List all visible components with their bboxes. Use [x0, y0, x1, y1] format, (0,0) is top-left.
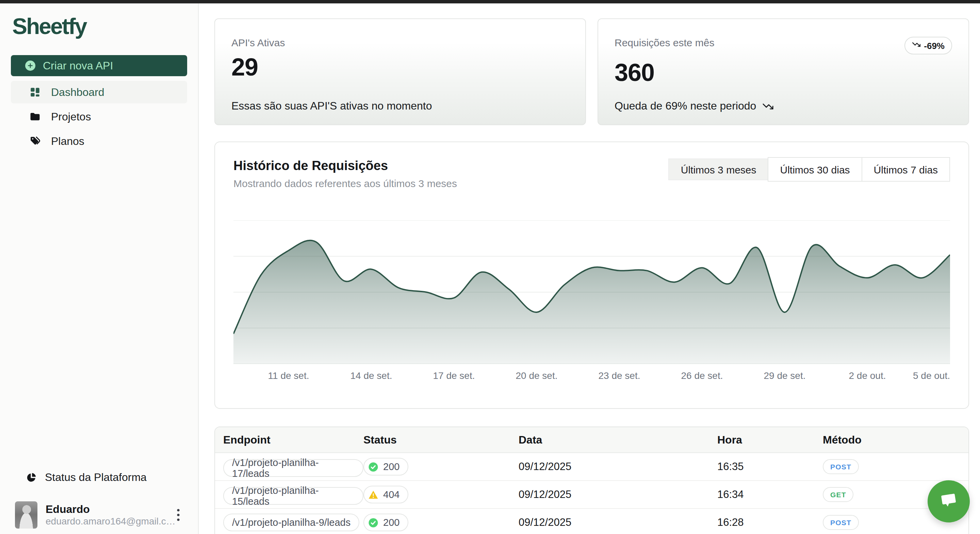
chat-bubble-icon: [937, 488, 960, 514]
sidebar-item-planos[interactable]: Planos: [11, 130, 187, 153]
user-meta: Eduardo eduardo.amaro164@gmail.c…: [46, 503, 176, 527]
sidebar-item-label: Projetos: [51, 111, 91, 123]
sidebar: Sheetfy Criar nova API Dashboard: [0, 3, 199, 534]
x-tick-label: 26 de set.: [681, 370, 723, 381]
col-data: Data: [519, 434, 717, 446]
create-api-label: Criar nova API: [43, 59, 113, 72]
sidebar-item-label: Planos: [51, 135, 84, 147]
method-badge: POST: [823, 459, 859, 474]
status-badge: 200: [363, 458, 408, 475]
x-tick-label: 23 de set.: [598, 370, 640, 381]
kebab-menu-icon[interactable]: [172, 507, 185, 523]
card-requisicoes-mes: Requisições este mês -69% 360 Queda de 6…: [598, 18, 969, 125]
trending-down-icon: [762, 100, 774, 112]
x-tick-label: 29 de set.: [764, 370, 806, 381]
requests-table: Endpoint Status Data Hora Método /v1/pro…: [215, 426, 969, 534]
warning-triangle-icon: [368, 490, 379, 500]
x-tick-label: 11 de set.: [268, 370, 309, 381]
area-chart: 11 de set.14 de set.17 de set.20 de set.…: [234, 220, 950, 385]
cell-hora: 16:28: [717, 516, 823, 529]
sidebar-nav: Dashboard Projetos Plano: [11, 81, 187, 153]
trend-badge-value: -69%: [924, 40, 945, 51]
platform-status-link[interactable]: Status da Plataforma: [18, 471, 187, 484]
plus-icon: [25, 60, 35, 71]
endpoint-pill: /v1/projeto-planilha-15/leads: [223, 487, 363, 505]
window-top-strip: [0, 0, 980, 3]
folder-icon: [29, 111, 41, 122]
status-badge: 404: [363, 486, 408, 504]
card-label: Requisições este mês: [614, 37, 714, 49]
card-value: 29: [231, 54, 569, 80]
platform-status-label: Status da Plataforma: [45, 471, 147, 484]
dashboard-icon: [29, 86, 41, 98]
col-status: Status: [363, 434, 519, 446]
requests-history-card: Histórico de Requisições Mostrando dados…: [215, 141, 969, 409]
tab-ultimos-7-dias[interactable]: Últimos 7 dias: [862, 157, 950, 182]
card-value: 360: [614, 60, 952, 86]
tab-ultimos-3-meses[interactable]: Últimos 3 meses: [669, 159, 769, 180]
x-tick-label: 20 de set.: [516, 370, 558, 381]
col-metodo: Método: [823, 434, 960, 446]
card-description: Essas são suas API'S ativas no momento: [231, 100, 569, 112]
chart-title: Histórico de Requisições: [234, 157, 457, 175]
sidebar-item-projetos[interactable]: Projetos: [11, 105, 187, 128]
x-axis-labels: 11 de set.14 de set.17 de set.20 de set.…: [234, 364, 950, 385]
table-row: /v1/projeto-planilha-15/leads40409/12/20…: [215, 480, 969, 508]
x-tick-label: 5 de out.: [913, 370, 950, 381]
sidebar-item-label: Dashboard: [51, 86, 105, 98]
card-apis-ativas: API's Ativas 29 Essas são suas API'S ati…: [215, 18, 586, 125]
create-api-button[interactable]: Criar nova API: [11, 55, 187, 76]
cell-data: 09/12/2025: [519, 516, 717, 529]
x-tick-label: 14 de set.: [350, 370, 392, 381]
table-header: Endpoint Status Data Hora Método: [215, 427, 969, 453]
chat-fab-button[interactable]: [928, 480, 970, 523]
method-badge: POST: [823, 515, 859, 530]
endpoint-pill: /v1/projeto-planilha-17/leads: [223, 459, 363, 477]
col-hora: Hora: [717, 434, 823, 446]
card-description: Queda de 69% neste periodo: [614, 100, 952, 112]
chart-heading: Histórico de Requisições Mostrando dados…: [234, 157, 457, 189]
user-menu[interactable]: Eduardo eduardo.amaro164@gmail.c…: [15, 501, 187, 529]
trending-down-icon: [912, 40, 920, 51]
tab-ultimos-30-dias[interactable]: Últimos 30 dias: [768, 157, 862, 182]
table-row: /v1/projeto-planilha-17/leads20009/12/20…: [215, 453, 969, 480]
table-row: /v1/projeto-planilha-9/leads20009/12/202…: [215, 508, 969, 534]
user-avatar: [15, 501, 37, 529]
range-tabs: Últimos 3 meses Últimos 30 dias Últimos …: [669, 157, 950, 182]
tags-icon: [29, 135, 41, 147]
endpoint-pill: /v1/projeto-planilha-9/leads: [223, 513, 360, 531]
x-tick-label: 17 de set.: [433, 370, 475, 381]
chart-subtitle: Mostrando dados referentes aos últimos 3…: [234, 178, 457, 189]
cell-hora: 16:34: [717, 488, 823, 501]
cell-data: 09/12/2025: [519, 461, 717, 473]
user-name: Eduardo: [46, 503, 176, 515]
status-badge: 200: [363, 513, 408, 531]
x-tick-label: 2 de out.: [849, 370, 886, 381]
pie-chart-icon: [26, 472, 37, 483]
check-circle-icon: [368, 462, 379, 472]
col-endpoint: Endpoint: [223, 434, 363, 446]
app-root: Sheetfy Criar nova API Dashboard: [0, 0, 980, 534]
method-badge: GET: [823, 487, 854, 502]
trend-badge: -69%: [904, 37, 952, 54]
sidebar-item-dashboard[interactable]: Dashboard: [11, 81, 187, 103]
area-chart-svg: [234, 220, 950, 364]
stat-cards-row: API's Ativas 29 Essas são suas API'S ati…: [215, 18, 969, 125]
card-label: API's Ativas: [231, 37, 569, 49]
cell-hora: 16:35: [717, 461, 823, 473]
table-body: /v1/projeto-planilha-17/leads20009/12/20…: [215, 453, 969, 534]
main-content: API's Ativas 29 Essas são suas API'S ati…: [199, 3, 980, 534]
cell-data: 09/12/2025: [519, 488, 717, 501]
user-email: eduardo.amaro164@gmail.c…: [46, 515, 176, 527]
check-circle-icon: [368, 517, 379, 528]
logo[interactable]: Sheetfy: [12, 11, 187, 41]
